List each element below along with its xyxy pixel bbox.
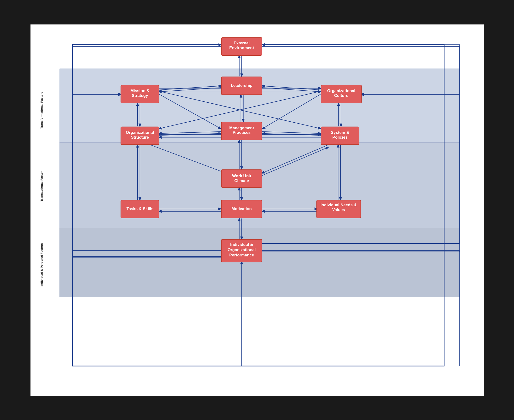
svg-text:Individual & Personal Factors: Individual & Personal Factors bbox=[40, 243, 43, 286]
svg-text:Organizational: Organizational bbox=[126, 130, 154, 135]
diagram-container: Transformational Factors Transactional F… bbox=[29, 23, 485, 397]
svg-text:Policies: Policies bbox=[332, 135, 348, 140]
svg-text:External: External bbox=[234, 41, 250, 45]
svg-text:System &: System & bbox=[330, 130, 349, 135]
svg-rect-2 bbox=[59, 228, 460, 297]
svg-text:Organizational: Organizational bbox=[327, 88, 355, 93]
svg-text:Values: Values bbox=[332, 207, 345, 212]
svg-text:Individual &: Individual & bbox=[230, 242, 253, 247]
svg-text:Environment: Environment bbox=[229, 45, 254, 50]
svg-text:Structure: Structure bbox=[131, 135, 149, 140]
svg-text:Motivation: Motivation bbox=[231, 207, 252, 211]
svg-text:Performance: Performance bbox=[229, 253, 254, 257]
svg-text:Leadership: Leadership bbox=[231, 83, 252, 88]
svg-text:Management: Management bbox=[229, 126, 254, 130]
svg-text:Organizational: Organizational bbox=[227, 247, 255, 252]
svg-text:Individual Needs &: Individual Needs & bbox=[320, 203, 357, 207]
svg-text:Practices: Practices bbox=[232, 130, 250, 135]
svg-text:Strategy: Strategy bbox=[132, 93, 148, 98]
svg-text:Work Unit: Work Unit bbox=[232, 174, 251, 178]
svg-text:Climate: Climate bbox=[234, 178, 249, 183]
svg-text:Culture: Culture bbox=[334, 93, 348, 98]
svg-text:Mission &: Mission & bbox=[130, 88, 149, 93]
svg-text:Tasks & Skills: Tasks & Skills bbox=[126, 207, 153, 211]
svg-text:Transactional Factor: Transactional Factor bbox=[40, 171, 43, 201]
svg-text:Transformational Factors: Transformational Factors bbox=[40, 91, 43, 128]
